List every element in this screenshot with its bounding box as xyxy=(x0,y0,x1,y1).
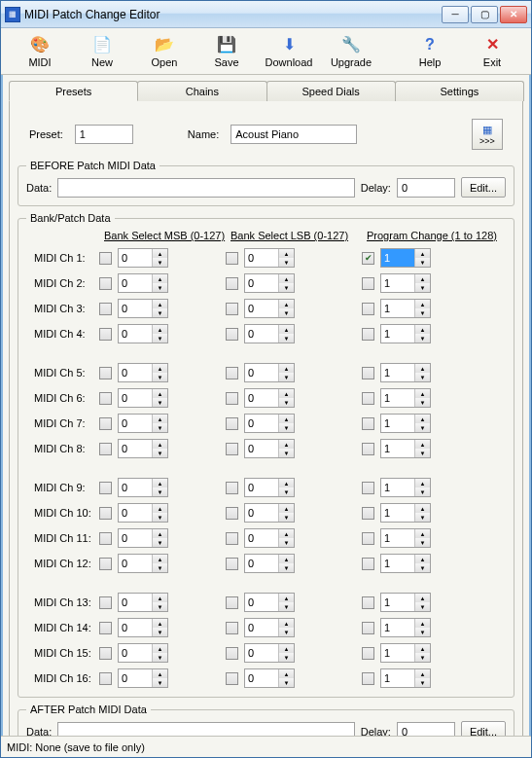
spin-down-icon[interactable]: ▼ xyxy=(153,678,167,687)
spin-down-icon[interactable]: ▼ xyxy=(415,563,430,572)
checkbox[interactable] xyxy=(99,507,112,520)
checkbox[interactable] xyxy=(99,672,112,685)
spin-up-icon[interactable]: ▲ xyxy=(279,440,294,449)
spin-up-icon[interactable]: ▲ xyxy=(153,555,167,563)
bank-msb-header-link[interactable]: Bank Select MSB (0-127) xyxy=(104,230,231,241)
spin-up-icon[interactable]: ▲ xyxy=(153,274,167,283)
checkbox[interactable] xyxy=(99,277,112,290)
spinner-input[interactable] xyxy=(245,669,278,687)
spinner-input[interactable] xyxy=(245,619,278,636)
checkbox[interactable] xyxy=(362,507,374,520)
download-toolbar-button[interactable]: ⬇Download xyxy=(258,30,320,73)
spin-down-icon[interactable]: ▼ xyxy=(279,628,294,636)
checkbox[interactable] xyxy=(226,532,238,545)
spinner[interactable]: ▲▼ xyxy=(244,528,295,548)
checkbox[interactable] xyxy=(226,443,238,455)
spin-up-icon[interactable]: ▲ xyxy=(279,555,294,563)
spinner-input[interactable] xyxy=(381,479,414,496)
spin-up-icon[interactable]: ▲ xyxy=(153,504,167,513)
spin-down-icon[interactable]: ▼ xyxy=(279,653,294,662)
tab-chains[interactable]: Chains xyxy=(137,81,266,101)
spin-down-icon[interactable]: ▼ xyxy=(153,258,167,267)
upgrade-toolbar-button[interactable]: 🔧Upgrade xyxy=(320,30,382,73)
spin-up-icon[interactable]: ▲ xyxy=(153,249,167,258)
checkbox[interactable] xyxy=(99,558,112,570)
checkbox[interactable] xyxy=(362,622,374,634)
spin-down-icon[interactable]: ▼ xyxy=(279,258,294,267)
checkbox[interactable] xyxy=(99,392,112,405)
spinner-input[interactable] xyxy=(119,325,152,343)
spin-up-icon[interactable]: ▲ xyxy=(415,504,430,513)
checkbox[interactable] xyxy=(226,328,238,341)
spinner-input[interactable] xyxy=(119,300,152,317)
spinner-input[interactable] xyxy=(119,364,152,381)
spinner-input[interactable] xyxy=(381,274,414,292)
spin-up-icon[interactable]: ▲ xyxy=(415,440,430,449)
spin-down-icon[interactable]: ▼ xyxy=(415,373,430,381)
checkbox[interactable] xyxy=(226,507,238,520)
checkbox[interactable] xyxy=(226,252,238,265)
spinner[interactable]: ▲▼ xyxy=(118,593,168,612)
checkbox[interactable] xyxy=(362,303,374,315)
checkbox[interactable] xyxy=(99,596,112,609)
spinner-input[interactable] xyxy=(245,325,278,343)
spinner[interactable]: ▲▼ xyxy=(244,248,295,268)
spinner-input[interactable] xyxy=(245,389,278,407)
preset-name-input[interactable] xyxy=(231,125,357,144)
spin-up-icon[interactable]: ▲ xyxy=(279,300,294,308)
spinner-input[interactable] xyxy=(119,389,152,407)
spin-up-icon[interactable]: ▲ xyxy=(153,325,167,334)
before-edit-button[interactable]: Edit... xyxy=(461,177,506,198)
spin-down-icon[interactable]: ▼ xyxy=(153,398,167,407)
checkbox[interactable] xyxy=(362,532,374,545)
checkbox[interactable] xyxy=(99,482,112,494)
spinner[interactable]: ▲▼ xyxy=(244,618,295,637)
spin-down-icon[interactable]: ▼ xyxy=(415,308,430,317)
spin-down-icon[interactable]: ▼ xyxy=(279,334,294,343)
tab-speed-dials[interactable]: Speed Dials xyxy=(266,81,396,101)
spin-down-icon[interactable]: ▼ xyxy=(279,308,294,317)
checkbox[interactable]: ✔ xyxy=(362,252,374,265)
spinner-input[interactable] xyxy=(245,249,278,267)
spinner-input[interactable] xyxy=(381,594,414,611)
spin-up-icon[interactable]: ▲ xyxy=(279,274,294,283)
spinner[interactable]: ▲▼ xyxy=(244,299,295,318)
spinner[interactable]: ▲▼ xyxy=(244,554,295,573)
spin-up-icon[interactable]: ▲ xyxy=(279,504,294,513)
spin-down-icon[interactable]: ▼ xyxy=(415,678,430,687)
spin-down-icon[interactable]: ▼ xyxy=(279,563,294,572)
spin-down-icon[interactable]: ▼ xyxy=(415,513,430,522)
spinner-input[interactable] xyxy=(119,619,152,636)
spinner[interactable]: ▲▼ xyxy=(380,478,431,497)
spin-down-icon[interactable]: ▼ xyxy=(279,538,294,547)
spinner-input[interactable] xyxy=(381,249,414,267)
spin-up-icon[interactable]: ▲ xyxy=(279,669,294,678)
checkbox[interactable] xyxy=(226,367,238,379)
spin-down-icon[interactable]: ▼ xyxy=(153,653,167,662)
spin-up-icon[interactable]: ▲ xyxy=(415,325,430,334)
spin-up-icon[interactable]: ▲ xyxy=(415,249,430,258)
spinner[interactable]: ▲▼ xyxy=(380,668,431,688)
spinner-input[interactable] xyxy=(381,300,414,317)
spin-up-icon[interactable]: ▲ xyxy=(279,479,294,487)
spin-down-icon[interactable]: ▼ xyxy=(153,628,167,636)
spinner-input[interactable] xyxy=(381,415,414,432)
spin-up-icon[interactable]: ▲ xyxy=(153,594,167,602)
spinner[interactable]: ▲▼ xyxy=(244,643,295,663)
save-toolbar-button[interactable]: 💾Save xyxy=(195,30,258,73)
spinner[interactable]: ▲▼ xyxy=(380,503,431,523)
spin-up-icon[interactable]: ▲ xyxy=(415,415,430,423)
spinner[interactable]: ▲▼ xyxy=(244,439,295,458)
spinner[interactable]: ▲▼ xyxy=(118,248,168,268)
checkbox[interactable] xyxy=(226,672,238,685)
spinner[interactable]: ▲▼ xyxy=(244,668,295,688)
spinner-input[interactable] xyxy=(119,555,152,572)
spinner[interactable]: ▲▼ xyxy=(244,503,295,523)
checkbox[interactable] xyxy=(99,647,112,660)
spin-up-icon[interactable]: ▲ xyxy=(415,619,430,628)
checkbox[interactable] xyxy=(99,532,112,545)
checkbox[interactable] xyxy=(99,622,112,634)
spinner-input[interactable] xyxy=(119,274,152,292)
spin-down-icon[interactable]: ▼ xyxy=(415,487,430,496)
spin-up-icon[interactable]: ▲ xyxy=(415,529,430,538)
